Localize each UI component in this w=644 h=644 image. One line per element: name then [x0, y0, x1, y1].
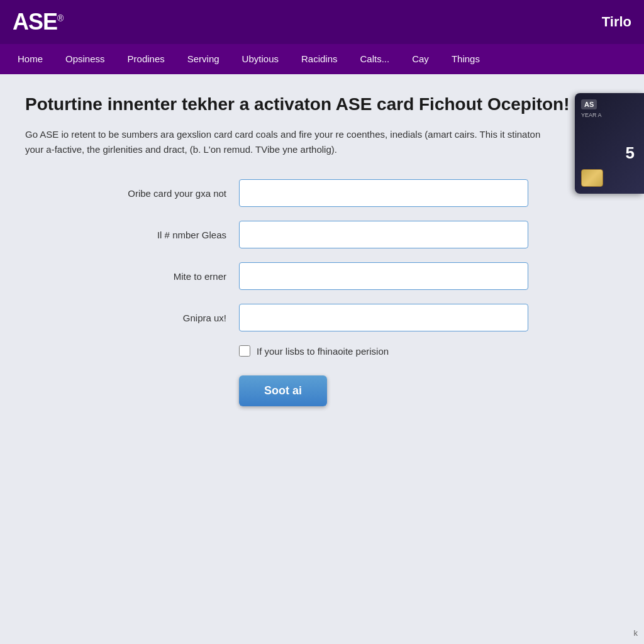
submit-button[interactable]: Soot ai [239, 375, 327, 406]
form-row-1: Oribe card your gxa not [25, 179, 591, 207]
form-label-2: Il # nmber Gleas [25, 230, 239, 240]
form-row-2: Il # nmber Gleas [25, 221, 591, 248]
nav-item-cay[interactable]: Cay [401, 44, 440, 74]
nav-item-opsiness[interactable]: Opsiness [54, 44, 116, 74]
nav-item-calts[interactable]: Calts... [349, 44, 401, 74]
form-row-3: Mite to erner [25, 262, 591, 290]
checkbox-row: If your lisbs to fhinaoite perision [239, 345, 591, 357]
form-container: Oribe card your gxa not Il # nmber Gleas… [25, 179, 591, 406]
logo: ASE® [13, 9, 63, 35]
page-description: Go ASE io retent to be sumbers ara gexsl… [25, 127, 541, 157]
nav-item-ubytious[interactable]: Ubytious [231, 44, 290, 74]
page-title: Poturtine innenter tekher a activaton AS… [25, 93, 619, 116]
submit-row: Soot ai [239, 375, 591, 406]
nav-item-serving[interactable]: Serving [176, 44, 231, 74]
header-user: Tirlo [602, 14, 631, 30]
header: ASE® Tirlo [0, 0, 644, 44]
card-chip [581, 169, 603, 187]
footer-note: k [634, 628, 638, 638]
form-input-2[interactable] [239, 221, 528, 248]
form-input-3[interactable] [239, 262, 528, 290]
form-label-1: Oribe card your gxa not [25, 188, 239, 199]
navbar: Home Opsiness Prodines Serving Ubytious … [0, 44, 644, 74]
form-input-4[interactable] [239, 304, 528, 331]
card-logo: AS [581, 99, 597, 109]
nav-item-racidins[interactable]: Racidins [290, 44, 349, 74]
logo-sup: ® [57, 13, 63, 23]
main-content: AS YEAR A 5 Poturtine innenter tekher a … [0, 74, 644, 425]
nav-item-home[interactable]: Home [6, 44, 54, 74]
form-label-4: Gnipra ux! [25, 313, 239, 323]
form-label-3: Mite to erner [25, 271, 239, 282]
checkbox-label: If your lisbs to fhinaoite perision [257, 346, 389, 357]
form-row-4: Gnipra ux! [25, 304, 591, 331]
nav-item-things[interactable]: Things [440, 44, 491, 74]
card-number: 5 [626, 143, 635, 163]
card-year: YEAR A [581, 112, 602, 118]
nav-item-prodines[interactable]: Prodines [116, 44, 176, 74]
logo-text: ASE [13, 9, 57, 35]
terms-checkbox[interactable] [239, 345, 250, 357]
card-image: AS YEAR A 5 [575, 93, 644, 194]
form-input-1[interactable] [239, 179, 528, 207]
